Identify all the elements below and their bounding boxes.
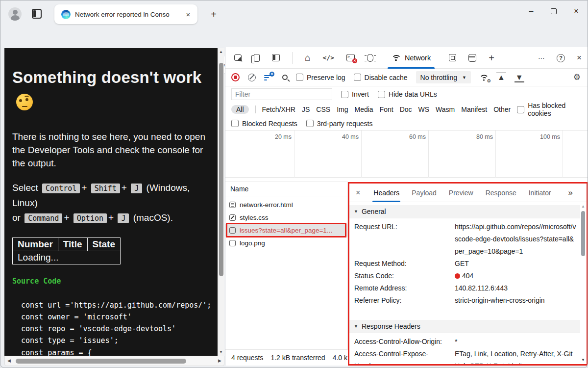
welcome-tab-icon[interactable]: ⌂ <box>305 53 310 62</box>
filter-input[interactable] <box>231 88 332 100</box>
scroll-down-icon[interactable]: ▼ <box>580 358 586 362</box>
search-icon[interactable] <box>282 75 288 80</box>
more-tabs-chevron-icon[interactable]: » <box>568 184 573 202</box>
response-headers-section-header[interactable]: ▼ Response Headers <box>349 320 580 333</box>
filter-toggle-button[interactable]: ✕ <box>264 74 272 81</box>
devtools-more-icon[interactable]: ⋯ <box>538 54 545 62</box>
scroll-right-icon[interactable]: ▶ <box>218 358 221 363</box>
maximize-icon <box>551 8 557 14</box>
kbd-control: Control <box>42 184 80 193</box>
device-emulation-icon[interactable] <box>254 54 260 62</box>
filter-type-media[interactable]: Media <box>354 105 373 113</box>
filter-type-manifest[interactable]: Manifest <box>461 105 487 113</box>
preserve-log-checkbox[interactable] <box>296 74 303 81</box>
scroll-up-icon[interactable]: ▲ <box>218 50 224 54</box>
network-tab[interactable]: Network <box>386 47 437 69</box>
blocked-requests-option[interactable]: Blocked Requests <box>231 120 297 128</box>
clear-network-log-button[interactable] <box>248 74 256 81</box>
has-blocked-cookies-checkbox[interactable] <box>517 106 524 113</box>
import-har-icon[interactable]: ▲ <box>496 73 506 82</box>
filter-type-wasm[interactable]: Wasm <box>436 105 455 113</box>
details-scroll-thumb[interactable] <box>581 211 585 256</box>
vertical-scroll-thumb[interactable] <box>219 63 223 276</box>
tab-headers[interactable]: Headers <box>373 184 399 202</box>
debug-tab-icon[interactable] <box>367 54 373 62</box>
filter-type-img[interactable]: Img <box>337 105 348 113</box>
issues-col-title: Title <box>58 238 87 251</box>
close-window-button[interactable]: × <box>565 0 588 22</box>
tick-80ms: 80 ms <box>476 133 493 140</box>
header-label: Request Method: <box>349 258 455 270</box>
minimize-button[interactable]: – <box>520 0 542 22</box>
new-tab-button[interactable]: + <box>207 8 220 21</box>
request-details-pane: × Headers Payload Preview Response Initi… <box>348 182 588 366</box>
filter-type-js[interactable]: JS <box>302 105 310 113</box>
requests-name-column-header[interactable]: Name <box>225 182 347 196</box>
devtools-help-icon[interactable]: ? <box>557 54 565 62</box>
inspect-element-icon[interactable] <box>234 54 242 61</box>
scroll-left-icon[interactable]: ◀ <box>7 358 11 363</box>
console-tab-icon[interactable]: ✕ <box>346 54 355 61</box>
filter-type-font[interactable]: Font <box>380 105 393 113</box>
filter-type-fetchxhr[interactable]: Fetch/XHR <box>262 105 295 113</box>
profile-avatar-icon[interactable] <box>8 7 22 21</box>
network-tab-label: Network <box>405 54 431 62</box>
page-vertical-scrollbar[interactable]: ▲ ▼ <box>218 48 224 356</box>
maximize-button[interactable] <box>542 0 565 22</box>
plus-text: + <box>108 212 114 223</box>
filter-type-all[interactable]: All <box>231 105 249 114</box>
tab-response[interactable]: Response <box>486 184 516 202</box>
request-row-styles-css[interactable]: styles.css <box>225 211 347 224</box>
hide-data-urls-checkbox[interactable] <box>378 91 385 98</box>
header-value: 404 <box>455 270 576 282</box>
tab-close-icon[interactable]: × <box>184 10 193 19</box>
header-value: ETag, Link, Location, Retry-After, X-Git… <box>455 348 576 366</box>
tab-payload[interactable]: Payload <box>412 184 437 202</box>
browser-tab[interactable]: Network error reported in Conso × <box>54 4 197 24</box>
elements-tab-icon[interactable]: </> <box>322 54 334 61</box>
page-horizontal-scrollbar[interactable]: ◀ ▶ <box>4 356 224 366</box>
tab-preview[interactable]: Preview <box>449 184 473 202</box>
devtools-close-icon[interactable]: × <box>577 53 582 63</box>
invert-option[interactable]: Invert <box>341 90 369 98</box>
disable-cache-checkbox[interactable] <box>354 74 361 81</box>
horizontal-scroll-thumb[interactable] <box>16 359 186 364</box>
preserve-log-option[interactable]: Preserve log <box>296 74 345 81</box>
request-row-logo-png[interactable]: logo.png <box>225 237 347 249</box>
filter-type-css[interactable]: CSS <box>316 105 330 113</box>
disable-cache-option[interactable]: Disable cache <box>354 74 408 81</box>
application-tab-icon[interactable] <box>468 54 476 62</box>
summary-transferred: 1.2 kB transferred <box>270 354 325 362</box>
general-section-header[interactable]: ▼ General <box>349 205 580 218</box>
dock-side-icon[interactable] <box>272 54 280 61</box>
details-scrollbar[interactable]: ▲ ▼ <box>580 203 586 363</box>
scroll-down-icon[interactable]: ▼ <box>218 350 224 354</box>
invert-checkbox[interactable] <box>341 91 348 98</box>
hide-data-urls-option[interactable]: Hide data URLs <box>378 90 437 98</box>
timeline-overview[interactable]: 20 ms 40 ms 60 ms 80 ms 100 ms <box>225 131 588 178</box>
has-blocked-cookies-option[interactable]: Has blocked cookies <box>517 102 588 117</box>
network-settings-gear-icon[interactable]: ⚙ <box>573 73 581 81</box>
page-heading: Something doesn't work <box>12 65 211 116</box>
throttling-dropdown[interactable]: No throttling▼ <box>416 71 471 83</box>
request-row-network-error-html[interactable]: network-error.html <box>225 198 347 211</box>
close-details-icon[interactable]: × <box>356 188 360 197</box>
third-party-option[interactable]: 3rd-party requests <box>306 120 373 128</box>
collapse-caret-icon: ▼ <box>354 324 358 329</box>
filter-type-ws[interactable]: WS <box>418 105 430 113</box>
export-har-icon[interactable]: ▼ <box>514 73 524 82</box>
filter-type-other[interactable]: Other <box>493 105 511 113</box>
more-tools-plus-icon[interactable]: + <box>489 53 494 63</box>
workspaces-icon[interactable] <box>32 9 42 19</box>
console-error-badge: ✕ <box>352 58 357 63</box>
tab-initiator[interactable]: Initiator <box>529 184 551 202</box>
blocked-requests-checkbox[interactable] <box>231 120 239 127</box>
network-conditions-icon[interactable]: ⚙ <box>479 74 488 80</box>
record-network-log-button[interactable] <box>231 73 240 81</box>
performance-tab-icon[interactable] <box>449 54 456 61</box>
scroll-up-icon[interactable]: ▲ <box>580 204 586 209</box>
third-party-checkbox[interactable] <box>306 120 314 127</box>
request-name: logo.png <box>240 239 265 247</box>
webpage-viewport: Something doesn't work There is nothing … <box>4 48 218 356</box>
filter-type-doc[interactable]: Doc <box>400 105 412 113</box>
